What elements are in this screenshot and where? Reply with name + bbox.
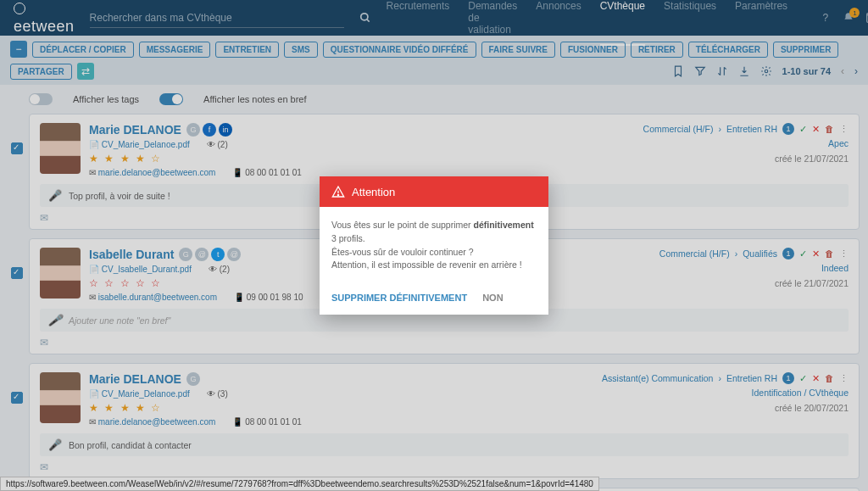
svg-point-5 (337, 194, 338, 195)
modal-confirm-button[interactable]: SUPPRIMER DÉFINITIVEMENT (331, 293, 467, 303)
modal-title: Attention (352, 186, 395, 198)
modal-overlay: Attention Vous êtes sur le point de supp… (0, 0, 868, 491)
confirm-modal: Attention Vous êtes sur le point de supp… (320, 176, 548, 315)
warning-icon (331, 185, 345, 198)
modal-body: Vous êtes sur le point de supprimer défi… (320, 207, 548, 284)
modal-cancel-button[interactable]: NON (482, 293, 503, 303)
modal-header: Attention (320, 176, 548, 207)
